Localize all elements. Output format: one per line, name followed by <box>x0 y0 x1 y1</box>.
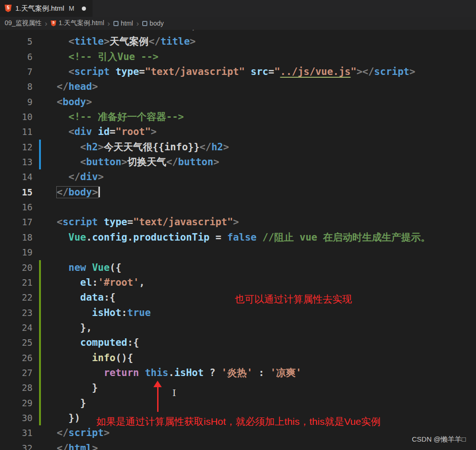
code-line[interactable]: 32</html> <box>0 441 476 450</box>
code-line[interactable]: 5 <title>天气案例</title> <box>0 34 476 49</box>
breadcrumb-label: html <box>121 20 133 27</box>
breadcrumb-item-09_[interactable]: 09_监视属性 <box>5 19 41 27</box>
code-line[interactable]: 29 } <box>0 396 476 410</box>
gutter-modified-indicator <box>39 140 41 154</box>
code-line[interactable]: 15</body> <box>0 185 476 200</box>
code-text: }) <box>57 410 80 425</box>
html5-file-icon <box>5 5 12 12</box>
dirty-indicator-icon[interactable] <box>82 7 86 11</box>
code-text: <h2>今天天气很{{info}}</h2> <box>57 140 229 154</box>
code-text: Vue.config.productionTip = false //阻止 vu… <box>57 230 430 245</box>
bracket-match-box: </body> <box>57 187 98 198</box>
code-line[interactable]: 12 <h2>今天天气很{{info}}</h2> <box>0 140 476 154</box>
code-text: <title>天气案例</title> <box>57 34 196 49</box>
line-number: 13 <box>0 154 33 169</box>
code-line[interactable]: 19 <box>0 245 476 260</box>
code-text: <body> <box>57 94 92 109</box>
code-line[interactable]: 27 return this.isHot ? '炎热' : '凉爽' <box>0 365 476 380</box>
code-line[interactable]: 6 <!-- 引入Vue --> <box>0 49 476 64</box>
annotation-this-note: 如果是通过计算属性获取isHot，就必须加上this，this就是Vue实例 <box>96 415 381 428</box>
code-text: info(){ <box>57 350 133 365</box>
gutter-added-indicator <box>39 305 41 320</box>
line-number: 9 <box>0 94 33 109</box>
line-number: 29 <box>0 396 33 410</box>
gutter-added-indicator <box>39 290 41 305</box>
code-line[interactable]: 10 <!-- 准备好一个容器--> <box>0 109 476 124</box>
gutter-added-indicator <box>39 410 41 425</box>
tab-bar: 1.天气案例.html M <box>0 0 476 17</box>
code-line[interactable]: 25 computed:{ <box>0 335 476 350</box>
symbol-icon <box>142 21 147 26</box>
watermark: CSDN @懒羊羊□ <box>412 435 466 444</box>
gutter-added-indicator <box>39 350 41 365</box>
line-number: 30 <box>0 410 33 425</box>
code-text: <!-- 准备好一个容器--> <box>57 109 184 124</box>
line-number: 27 <box>0 365 33 380</box>
text-cursor <box>99 187 100 197</box>
line-number: 7 <box>0 64 33 79</box>
code-line[interactable]: 23 isHot:true <box>0 305 476 320</box>
code-line[interactable]: 28 } <box>0 380 476 395</box>
editor[interactable]: 4 <meta charset="UTF-8"/>5 <title>天气案例</… <box>0 0 476 450</box>
tab-filename: 1.天气案例.html <box>15 4 64 13</box>
gutter-modified-indicator <box>39 154 41 169</box>
code-line[interactable]: 17<script type="text/javascript"> <box>0 215 476 229</box>
code-line[interactable]: 13 <button>切换天气</button> <box>0 154 476 169</box>
code-text: </head> <box>57 79 98 94</box>
code-line[interactable]: 7 <script type="text/javascript" src="..… <box>0 64 476 79</box>
gutter-added-indicator <box>39 260 41 275</box>
gutter-added-indicator <box>39 275 41 290</box>
code-line[interactable]: 18 Vue.config.productionTip = false //阻止… <box>0 230 476 245</box>
line-number: 11 <box>0 124 33 139</box>
code-line[interactable]: 11 <div id="root"> <box>0 124 476 139</box>
code-text: <button>切换天气</button> <box>57 154 219 169</box>
code-line[interactable]: 20 new Vue({ <box>0 260 476 275</box>
code-line[interactable]: 9<body> <box>0 94 476 109</box>
tab-weather-file[interactable]: 1.天气案例.html M <box>0 0 93 17</box>
code-text: isHot:true <box>57 305 151 320</box>
annotation-computed-note: 也可以通过计算属性去实现 <box>235 293 352 306</box>
breadcrumb-label: body <box>150 20 164 27</box>
line-number: 14 <box>0 169 33 184</box>
line-number: 10 <box>0 109 33 124</box>
line-number: 16 <box>0 200 33 215</box>
breadcrumb-item-html[interactable]: html <box>113 20 133 27</box>
line-number: 25 <box>0 335 33 350</box>
line-number: 8 <box>0 79 33 94</box>
code-text: } <box>57 380 98 395</box>
breadcrumb: 09_监视属性›1.天气案例.html›html›body <box>0 17 476 30</box>
line-number: 19 <box>0 245 33 260</box>
code-line[interactable]: 8</head> <box>0 79 476 94</box>
code-text: return this.isHot ? '炎热' : '凉爽' <box>57 365 302 380</box>
line-number: 20 <box>0 260 33 275</box>
chevron-right-icon: › <box>45 20 47 27</box>
git-modified-badge: M <box>69 5 74 12</box>
code-text: <!-- 引入Vue --> <box>57 49 159 64</box>
code-text: el:'#root', <box>57 275 145 290</box>
code-line[interactable]: 21 el:'#root', <box>0 275 476 290</box>
gutter-added-indicator <box>39 335 41 350</box>
breadcrumb-label: 1.天气案例.html <box>59 19 104 27</box>
breadcrumb-item-1html[interactable]: 1.天气案例.html <box>51 19 104 27</box>
line-number: 31 <box>0 425 33 440</box>
code-text: <script type="text/javascript" src="../j… <box>57 64 415 79</box>
line-number: 32 <box>0 441 33 450</box>
code-text: </body> <box>57 185 100 200</box>
line-number: 23 <box>0 305 33 320</box>
code-text: }, <box>57 320 92 335</box>
html5-icon <box>51 20 56 27</box>
breadcrumb-label: 09_监视属性 <box>5 19 41 27</box>
chevron-right-icon: › <box>136 20 139 27</box>
code-line[interactable]: 26 info(){ <box>0 350 476 365</box>
code-line[interactable]: 24 }, <box>0 320 476 335</box>
code-text: </html> <box>57 441 98 450</box>
gutter-added-indicator <box>39 365 41 380</box>
code-line[interactable]: 16 <box>0 200 476 215</box>
breadcrumb-item-body[interactable]: body <box>142 20 164 27</box>
line-number: 24 <box>0 320 33 335</box>
gutter-added-indicator <box>39 396 41 410</box>
line-number: 15 <box>0 185 33 200</box>
code-text: <div id="root"> <box>57 124 157 139</box>
line-number: 22 <box>0 290 33 305</box>
code-line[interactable]: 14 </div> <box>0 169 476 184</box>
